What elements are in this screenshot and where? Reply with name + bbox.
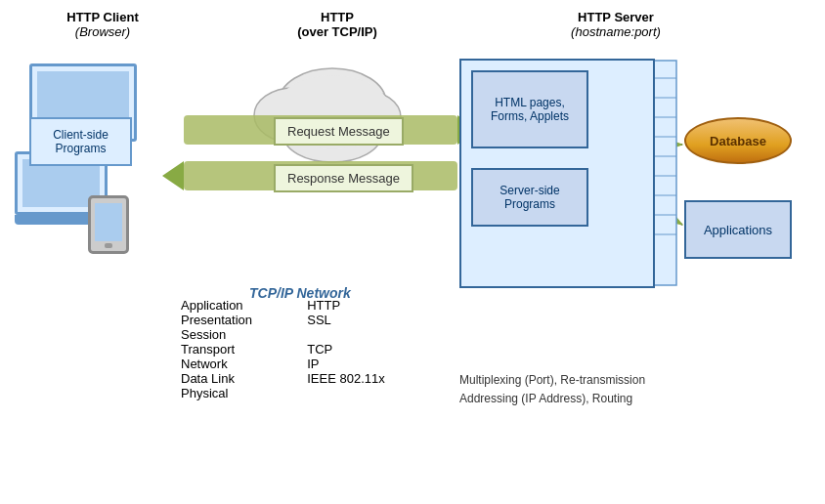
tcp-subtitle: (over TCP/IP) xyxy=(254,24,420,39)
request-message-box: Request Message xyxy=(274,117,404,146)
database-box: Database xyxy=(684,117,792,164)
tcp-title-text: HTTP xyxy=(254,10,420,24)
table-row: Physical xyxy=(181,386,445,400)
osi-protocol-tcp: TCP xyxy=(307,342,445,357)
database-label: Database xyxy=(710,134,766,148)
osi-protocol-ieee: IEEE 802.11x xyxy=(307,371,445,386)
osi-layers-table: Application HTTP Presentation SSL Sessio… xyxy=(181,298,445,400)
mobile-device xyxy=(88,195,129,254)
table-row: Transport TCP xyxy=(181,342,445,357)
mobile-button xyxy=(105,243,112,248)
osi-protocol-ip: IP xyxy=(307,357,445,371)
proto-desc-line1: Multiplexing (Port), Re-transmission xyxy=(459,371,811,390)
diagram: HTTP Client (Browser) HTTP (over TCP/IP)… xyxy=(0,0,825,504)
server-programs-label: Server-sidePrograms xyxy=(499,184,559,211)
protocol-description: Multiplexing (Port), Re-transmission Add… xyxy=(459,371,811,408)
osi-layer-session: Session xyxy=(181,327,307,342)
osi-layer-datalink: Data Link xyxy=(181,371,307,386)
osi-layer-presentation: Presentation xyxy=(181,313,307,327)
osi-protocol-ssl: SSL xyxy=(307,313,445,327)
osi-layer-transport: Transport xyxy=(181,342,307,357)
osi-protocol-physical xyxy=(307,386,445,400)
request-message-label: Request Message xyxy=(287,124,390,139)
client-programs-box: Client-sidePrograms xyxy=(29,117,132,166)
client-programs-label: Client-sidePrograms xyxy=(53,128,109,155)
response-message-label: Response Message xyxy=(287,171,400,186)
osi-layer-network: Network xyxy=(181,357,307,371)
server-stack: HTML pages,Forms, Applets Server-sidePro… xyxy=(459,59,655,288)
server-title: HTTP Server (hostname:port) xyxy=(518,10,714,39)
client-title: HTTP Client (Browser) xyxy=(20,10,186,39)
osi-protocol-session xyxy=(307,327,445,342)
table-row: Application HTTP xyxy=(181,298,445,313)
server-html-label: HTML pages,Forms, Applets xyxy=(491,96,569,123)
server-subtitle: (hostname:port) xyxy=(518,24,714,39)
applications-box: Applications xyxy=(684,200,792,259)
response-message-box: Response Message xyxy=(274,164,413,192)
osi-table: Application HTTP Presentation SSL Sessio… xyxy=(181,298,445,400)
tcp-title: HTTP (over TCP/IP) xyxy=(254,10,420,39)
client-title-text: HTTP Client xyxy=(20,10,186,24)
osi-protocol-http: HTTP xyxy=(307,298,445,313)
table-row: Network IP xyxy=(181,357,445,371)
table-row: Data Link IEEE 802.11x xyxy=(181,371,445,386)
osi-layer-application: Application xyxy=(181,298,307,313)
mobile-screen xyxy=(95,203,122,241)
proto-desc-line2: Addressing (IP Address), Routing xyxy=(459,390,811,408)
table-row: Session xyxy=(181,327,445,342)
client-subtitle: (Browser) xyxy=(20,24,186,39)
server-title-text: HTTP Server xyxy=(518,10,714,24)
applications-label: Applications xyxy=(704,223,772,237)
server-programs-box: Server-sidePrograms xyxy=(471,168,588,227)
table-row: Presentation SSL xyxy=(181,313,445,327)
osi-layer-physical: Physical xyxy=(181,386,307,400)
server-html-box: HTML pages,Forms, Applets xyxy=(471,70,588,148)
